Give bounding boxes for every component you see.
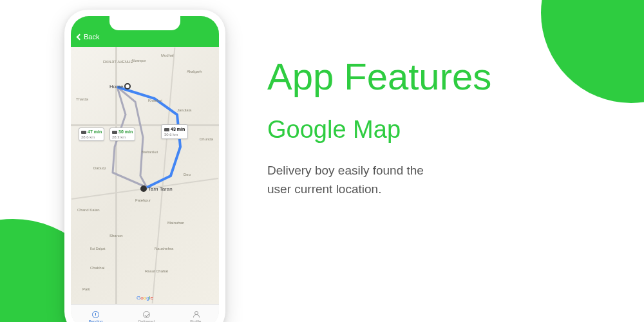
tab-label: Pending <box>89 319 103 322</box>
phone-mockup: Back Home Tarn Taran <box>64 10 225 322</box>
marker-dot-icon <box>140 185 147 192</box>
car-icon <box>81 131 86 134</box>
map-place-label: Akalgarh <box>187 70 202 73</box>
route-option-2[interactable]: 30 min28.3 km <box>109 128 135 141</box>
map-place-label: Bashantkot <box>142 150 158 154</box>
tab-pending[interactable]: Pending <box>89 310 103 322</box>
map-place-label: Rasul Chahal <box>145 269 168 273</box>
destination-marker[interactable]: Tarn Taran <box>140 185 173 192</box>
map-place-label: Fatehpur <box>135 198 151 202</box>
clock-icon <box>91 310 100 319</box>
car-icon <box>164 128 169 131</box>
map-place-label: Khankot <box>148 99 162 102</box>
profile-icon <box>191 310 200 319</box>
map-place-label: Mainohan <box>167 221 184 225</box>
check-icon <box>142 310 151 319</box>
destination-label: Tarn Taran <box>148 186 173 192</box>
tab-profile[interactable]: Profile <box>190 310 201 322</box>
map-place-label: Chand Kalan <box>77 208 100 212</box>
tab-delivered[interactable]: Delivered <box>138 310 155 322</box>
marketing-copy: App Features Google Map Delivery boy eas… <box>267 55 491 198</box>
back-label: Back <box>84 33 99 41</box>
tab-label: Profile <box>190 319 201 322</box>
map-place-label: RANJIT AVENUE <box>103 60 133 64</box>
map-place-label: Tharda <box>76 97 88 101</box>
map-place-label: Deo <box>184 173 191 176</box>
back-button[interactable]: Back <box>77 33 99 41</box>
map-place-label: Mudhal <box>161 53 174 57</box>
feature-description: Delivery boy easily found the user curre… <box>267 162 435 198</box>
origin-label: Home <box>109 84 123 90</box>
map-place-label: Dhunda <box>200 137 213 141</box>
feature-subtitle: Google Map <box>267 116 491 144</box>
map-place-label: Naushehra <box>155 247 173 251</box>
marker-dot-icon <box>124 83 131 90</box>
map-place-label: Patti <box>82 287 90 291</box>
phone-notch <box>109 16 180 30</box>
map-place-label: Jandiala <box>177 108 191 112</box>
map-place-label: Daburji <box>93 166 106 170</box>
map-place-label: Kot Dalpat <box>90 247 105 251</box>
map-place-label: Nizampur <box>132 59 146 62</box>
car-icon <box>112 131 117 134</box>
feature-title: App Features <box>267 55 491 98</box>
origin-marker[interactable]: Home <box>109 83 131 90</box>
route-option-3[interactable]: 43 min30.6 km <box>161 124 188 139</box>
decorative-circle-top <box>541 0 644 103</box>
map-place-label: Shanon <box>109 234 123 238</box>
tab-label: Delivered <box>138 319 155 322</box>
google-attribution: Google <box>137 295 153 301</box>
tab-bar: Pending Delivered Profile <box>71 304 219 322</box>
route-option-1[interactable]: 47 min28.6 km <box>79 128 104 141</box>
map-place-label: Chabhal <box>90 266 104 270</box>
map-view[interactable]: Home Tarn Taran 47 min28.6 km 30 min28.3… <box>71 47 219 304</box>
back-arrow-icon <box>77 33 83 40</box>
phone-screen: Back Home Tarn Taran <box>71 16 219 322</box>
